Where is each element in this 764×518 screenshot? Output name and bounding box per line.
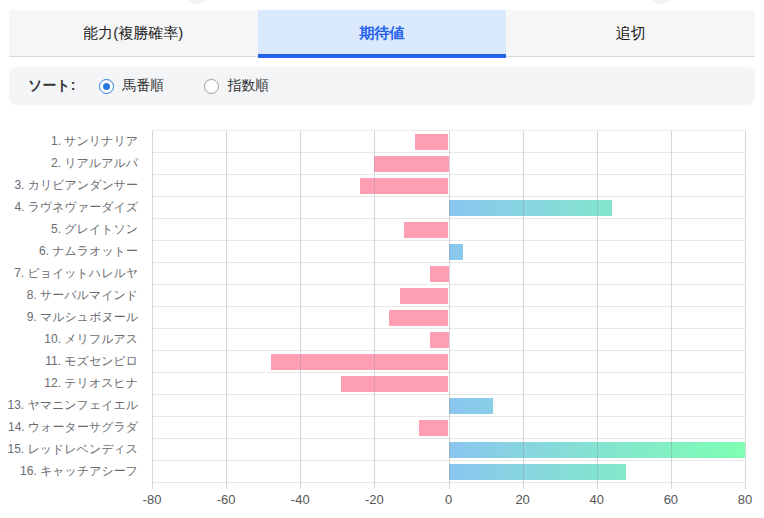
value-bar bbox=[430, 266, 449, 282]
tab-bar: 能力(複勝確率) 期待値 追切 bbox=[9, 10, 755, 57]
tab-ability[interactable]: 能力(複勝確率) bbox=[9, 10, 258, 56]
value-bar bbox=[404, 222, 448, 238]
category-label: 6. ナムラオットー bbox=[0, 240, 145, 262]
cutoff-circle-right bbox=[650, 0, 672, 4]
sort-option-label: 指数順 bbox=[227, 77, 269, 95]
vertical-gridline bbox=[597, 131, 598, 489]
value-bar bbox=[449, 464, 627, 480]
tab-workout[interactable]: 追切 bbox=[506, 10, 755, 56]
tab-expected-value[interactable]: 期待値 bbox=[258, 10, 507, 56]
category-label: 16. キャッチアシーフ bbox=[0, 460, 145, 482]
category-label: 8. サーバルマインド bbox=[0, 284, 145, 306]
sort-label: ソート: bbox=[28, 77, 75, 95]
category-label: 5. グレイトソン bbox=[0, 218, 145, 240]
row-labels: 1. サンリナリア2. リアルアルバ3. カリビアンダンサー4. ラヴネヴァーダ… bbox=[0, 130, 145, 482]
sort-bar: ソート: 馬番順 指数順 bbox=[9, 67, 755, 105]
category-label: 14. ウォーターサグラダ bbox=[0, 416, 145, 438]
axis-tick-label: -40 bbox=[291, 492, 310, 507]
value-bar bbox=[341, 376, 448, 392]
value-bar bbox=[400, 288, 448, 304]
axis-tick-label: 0 bbox=[445, 492, 452, 507]
vertical-gridline bbox=[449, 131, 450, 489]
plot-area bbox=[152, 130, 745, 483]
category-label: 7. ピョイットハレルヤ bbox=[0, 262, 145, 284]
expected-value-chart: 1. サンリナリア2. リアルアルバ3. カリビアンダンサー4. ラヴネヴァーダ… bbox=[0, 130, 764, 512]
sort-option-label: 馬番順 bbox=[122, 77, 164, 95]
axis-tick-label: 20 bbox=[515, 492, 529, 507]
cutoff-circle-left bbox=[186, 0, 208, 4]
category-label: 11. モズセンピロ bbox=[0, 350, 145, 372]
value-bar bbox=[374, 156, 448, 172]
vertical-gridline bbox=[523, 131, 524, 489]
category-label: 12. テリオスヒナ bbox=[0, 372, 145, 394]
value-bar bbox=[271, 354, 449, 370]
vertical-gridline bbox=[745, 131, 746, 489]
value-bar bbox=[360, 178, 449, 194]
radio-selected-icon[interactable] bbox=[99, 79, 114, 94]
axis-tick-label: -80 bbox=[143, 492, 162, 507]
category-label: 4. ラヴネヴァーダイズ bbox=[0, 196, 145, 218]
vertical-gridline bbox=[152, 131, 153, 489]
axis-tick-label: 40 bbox=[590, 492, 604, 507]
vertical-gridline bbox=[226, 131, 227, 489]
x-axis-labels: -80-60-40-20020406080 bbox=[0, 492, 764, 510]
value-bar bbox=[449, 398, 493, 414]
category-label: 15. レッドレベンディス bbox=[0, 438, 145, 460]
sort-option-index-order[interactable]: 指数順 bbox=[204, 77, 269, 95]
category-label: 13. ヤマニンフェイエル bbox=[0, 394, 145, 416]
value-bar bbox=[449, 244, 464, 260]
value-bar bbox=[415, 134, 448, 150]
category-label: 1. サンリナリア bbox=[0, 130, 145, 152]
category-label: 9. マルシュボヌール bbox=[0, 306, 145, 328]
category-label: 10. メリフルアス bbox=[0, 328, 145, 350]
category-label: 3. カリビアンダンサー bbox=[0, 174, 145, 196]
vertical-gridline bbox=[671, 131, 672, 489]
radio-unselected-icon[interactable] bbox=[204, 79, 219, 94]
vertical-gridline bbox=[300, 131, 301, 489]
category-label: 2. リアルアルバ bbox=[0, 152, 145, 174]
vertical-gridline bbox=[374, 131, 375, 489]
sort-option-horse-number[interactable]: 馬番順 bbox=[99, 77, 164, 95]
axis-tick-label: -60 bbox=[217, 492, 236, 507]
value-bar bbox=[389, 310, 448, 326]
axis-tick-label: 80 bbox=[738, 492, 752, 507]
value-bar bbox=[430, 332, 449, 348]
value-bar bbox=[419, 420, 449, 436]
value-bar bbox=[449, 200, 612, 216]
axis-tick-label: 60 bbox=[664, 492, 678, 507]
axis-tick-label: -20 bbox=[365, 492, 384, 507]
